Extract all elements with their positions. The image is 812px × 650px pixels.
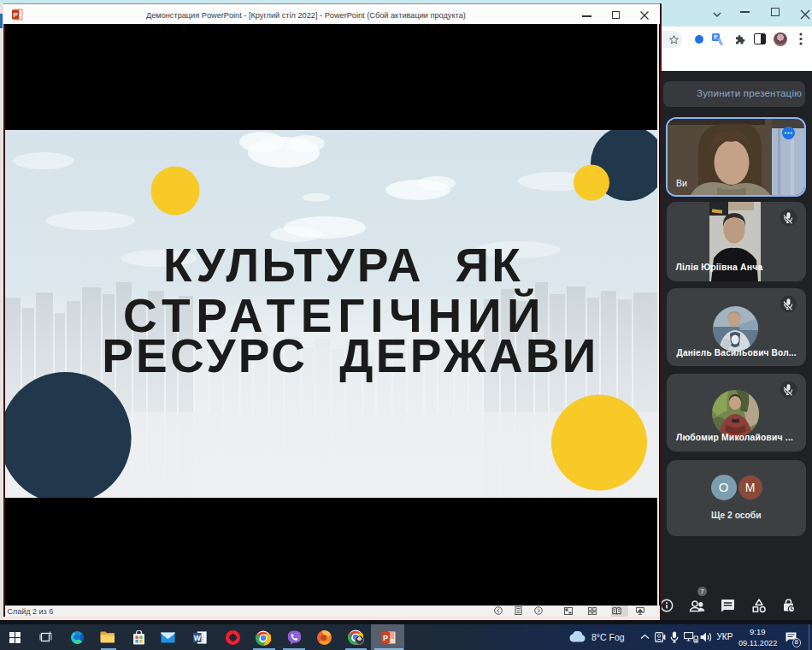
svg-text:W: W	[194, 634, 202, 642]
svg-text:P: P	[383, 634, 388, 642]
svg-text:P: P	[14, 11, 19, 19]
